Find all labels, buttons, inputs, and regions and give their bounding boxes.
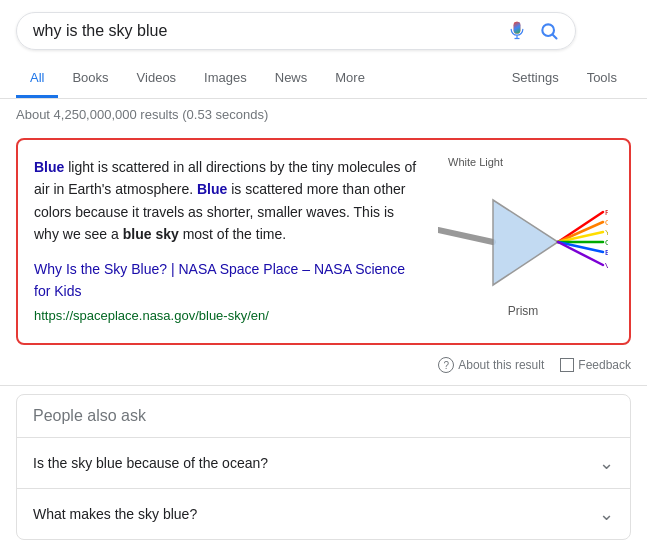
- tab-images[interactable]: Images: [190, 60, 261, 98]
- paa-question-1: Is the sky blue because of the ocean?: [33, 455, 268, 471]
- mic-icon[interactable]: [507, 21, 527, 41]
- snippet-text: Blue light is scattered in all direction…: [34, 159, 416, 242]
- tab-more[interactable]: More: [321, 60, 379, 98]
- paa-item-2[interactable]: What makes the sky blue? ⌄: [17, 488, 630, 539]
- tab-videos[interactable]: Videos: [123, 60, 191, 98]
- svg-text:Yellow: Yellow: [605, 228, 608, 237]
- chevron-down-icon-1: ⌄: [599, 452, 614, 474]
- tab-tools[interactable]: Tools: [573, 60, 631, 98]
- tab-news[interactable]: News: [261, 60, 322, 98]
- prism-container: White Light Red Orange Yellow: [438, 156, 608, 318]
- about-result-bar: ? About this result Feedback: [0, 353, 647, 377]
- nav-left: All Books Videos Images News More: [16, 60, 498, 98]
- divider: [0, 385, 647, 386]
- info-icon: ?: [438, 357, 454, 373]
- svg-line-4: [438, 230, 493, 242]
- prism-svg: Red Orange Yellow Green Blue Violet: [438, 170, 608, 300]
- tab-books[interactable]: Books: [58, 60, 122, 98]
- snippet-blue-2: Blue: [197, 181, 227, 197]
- prism-label: Prism: [508, 304, 539, 318]
- nav-tabs: All Books Videos Images News More Settin…: [0, 60, 647, 99]
- paa-question-2: What makes the sky blue?: [33, 506, 197, 522]
- snippet-bold-sky: blue sky: [123, 226, 179, 242]
- about-result-label: About this result: [458, 358, 544, 372]
- svg-line-3: [553, 35, 557, 39]
- svg-text:Blue: Blue: [605, 248, 608, 257]
- featured-snippet: Blue light is scattered in all direction…: [16, 138, 631, 345]
- search-bar: [16, 12, 576, 50]
- chevron-down-icon-2: ⌄: [599, 503, 614, 525]
- result-count: About 4,250,000,000 results (0.53 second…: [0, 99, 647, 130]
- white-light-label: White Light: [448, 156, 503, 168]
- tab-all[interactable]: All: [16, 60, 58, 98]
- search-input[interactable]: [33, 22, 499, 40]
- svg-line-7: [558, 222, 603, 242]
- flag-icon: [560, 358, 574, 372]
- paa-title: People also ask: [17, 395, 630, 437]
- svg-marker-5: [493, 200, 558, 285]
- search-icon[interactable]: [539, 21, 559, 41]
- featured-text: Blue light is scattered in all direction…: [34, 156, 417, 327]
- snippet-blue-1: Blue: [34, 159, 64, 175]
- svg-text:Violet: Violet: [605, 261, 608, 270]
- source-url: https://spaceplace.nasa.gov/blue-sky/en/: [34, 308, 269, 323]
- svg-text:Green: Green: [605, 238, 608, 247]
- tab-settings[interactable]: Settings: [498, 60, 573, 98]
- search-icons: [507, 21, 559, 41]
- paa-item-1[interactable]: Is the sky blue because of the ocean? ⌄: [17, 437, 630, 488]
- about-this-result[interactable]: ? About this result: [438, 357, 544, 373]
- source-link: Why Is the Sky Blue? | NASA Space Place …: [34, 258, 417, 328]
- people-also-ask-section: People also ask Is the sky blue because …: [16, 394, 631, 540]
- feedback-link[interactable]: Feedback: [560, 358, 631, 372]
- snippet-part-3: most of the time.: [183, 226, 286, 242]
- source-title-link[interactable]: Why Is the Sky Blue? | NASA Space Place …: [34, 258, 417, 303]
- svg-text:Orange: Orange: [605, 218, 608, 227]
- search-bar-container: [0, 0, 647, 60]
- feedback-label: Feedback: [578, 358, 631, 372]
- nav-right: Settings Tools: [498, 60, 631, 98]
- svg-line-11: [558, 242, 603, 265]
- svg-text:Red: Red: [605, 208, 608, 217]
- svg-line-10: [558, 242, 603, 252]
- featured-image: White Light Red Orange Yellow: [433, 156, 613, 327]
